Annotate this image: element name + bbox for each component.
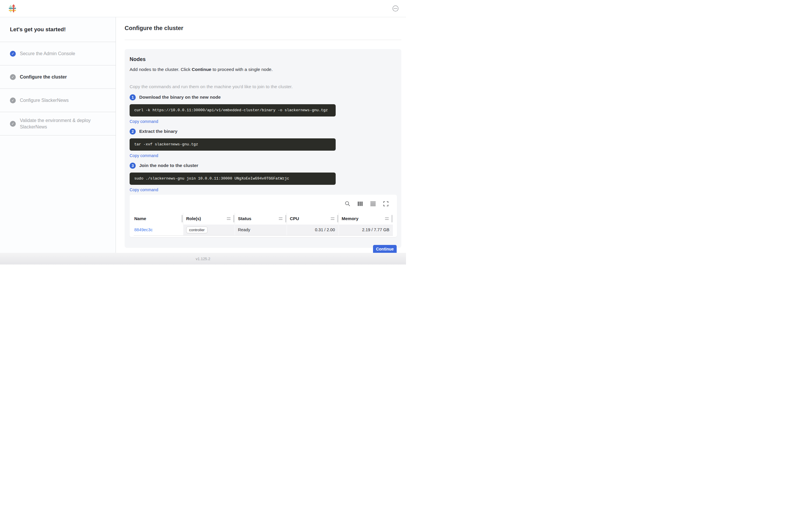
copy-command-link-2[interactable]: Copy command [130,153,158,158]
sidebar-item-validate-deploy[interactable]: ✓ Validate the environment & deploy Slac… [0,112,116,135]
check-circle-icon: ✓ [10,51,16,57]
continue-button[interactable]: Continue [373,245,397,253]
column-drag-icon[interactable] [227,217,231,220]
app-window: Let's get you started! ✓ Secure the Admi… [0,0,406,264]
table-search-button[interactable] [344,201,350,207]
extract-binary-command-block: tar -xvf slackernews-gnu.tgz [130,138,336,151]
copy-command-link-3[interactable]: Copy command [130,187,158,192]
column-label: Status [238,216,251,221]
command-step-3-header: 3 Join the node to the cluster [130,162,397,169]
column-header-status[interactable]: Status [235,213,287,225]
step-label: Configure SlackerNews [20,97,69,104]
column-resize-handle[interactable] [182,215,183,223]
step-label: Configure the cluster [20,74,67,80]
sidebar-item-configure-cluster[interactable]: ✓ Configure the cluster [0,66,116,89]
column-resize-handle[interactable] [391,215,393,223]
column-drag-icon[interactable] [385,217,389,220]
show-columns-icon [358,201,363,206]
setup-steps-sidebar: Let's get you started! ✓ Secure the Admi… [0,17,116,253]
top-bar [0,0,406,17]
table-fullscreen-button[interactable] [383,201,389,207]
column-label: Name [134,216,146,221]
table-columns-button[interactable] [357,201,363,207]
column-header-name[interactable]: Name [134,213,183,225]
ellipsis-circle-icon [392,5,399,12]
column-drag-icon[interactable] [331,217,334,220]
command-step-title: Extract the binary [139,129,177,134]
table-header-row: Name Role(s) Status [134,213,393,225]
sidebar-item-configure-slackernews[interactable]: ✓ Configure SlackerNews [0,89,116,112]
step-label: Secure the Admin Console [20,51,75,57]
version-label: v1.125.2 [196,257,211,261]
node-status-cell: Ready [235,225,287,235]
table-row: 8849ec3c controller Ready 0.31 / 2.00 2.… [134,225,393,235]
command-step-title: Join the node to the cluster [139,163,198,168]
card-actions: Continue [130,245,397,253]
nodes-heading: Nodes [130,56,397,62]
step-number-badge: 3 [130,162,136,169]
command-step-2-header: 2 Extract the binary [130,128,397,134]
table-toolbar [134,195,393,213]
step-number-badge: 2 [130,128,136,134]
nodes-table-card: Name Role(s) Status [130,195,397,237]
join-node-command-block: sudo ./slackernews-gnu join 10.0.0.11:30… [130,173,336,185]
column-resize-handle[interactable] [285,215,286,223]
overflow-menu-button[interactable] [392,5,399,12]
check-circle-icon: ✓ [10,98,16,103]
density-icon [371,201,376,206]
node-roles-cell: controller [183,225,235,235]
node-name-link[interactable]: 8849ec3c [134,227,153,232]
nodes-intro-text: Add nodes to the cluster. Click Continue… [130,67,397,72]
column-header-cpu[interactable]: CPU [287,213,338,225]
column-header-roles[interactable]: Role(s) [183,213,235,225]
command-step-1-header: 1 Download the binary on the new node [130,94,397,100]
fullscreen-icon [383,201,389,206]
sidebar-title: Let's get you started! [0,17,116,42]
node-name-cell: 8849ec3c [134,225,183,235]
title-divider [125,40,401,40]
page-title: Configure the cluster [125,25,401,31]
command-step-title: Download the binary on the new node [139,95,221,100]
check-circle-icon: ✓ [10,74,16,80]
node-cpu-cell: 0.31 / 2.00 [287,225,338,235]
column-resize-handle[interactable] [233,215,234,223]
sidebar-item-secure-admin-console[interactable]: ✓ Secure the Admin Console [0,42,116,66]
step-number-badge: 1 [130,94,136,100]
nodes-card: Nodes Add nodes to the cluster. Click Co… [125,49,401,248]
column-label: Role(s) [186,216,201,221]
role-badge: controller [186,227,207,233]
column-label: Memory [342,216,359,221]
slackernews-logo-icon [9,4,16,13]
table-density-button[interactable] [370,201,376,207]
column-resize-handle[interactable] [337,215,338,223]
column-label: CPU [290,216,299,221]
column-header-memory[interactable]: Memory [338,213,393,225]
download-binary-command-block: curl -k https://10.0.0.11:30000/api/v1/e… [130,104,336,116]
main-content: Configure the cluster Nodes Add nodes to… [116,17,406,253]
column-drag-icon[interactable] [279,217,282,220]
search-icon [345,201,350,206]
node-memory-cell: 2.19 / 7.77 GB [338,225,393,235]
check-circle-icon: ✓ [10,121,16,127]
app-footer: v1.125.2 [0,253,406,264]
step-label: Validate the environment & deploy Slacke… [20,117,104,130]
join-instructions-text: Copy the commands and run them on the ma… [130,84,397,90]
copy-command-link-1[interactable]: Copy command [130,119,158,124]
